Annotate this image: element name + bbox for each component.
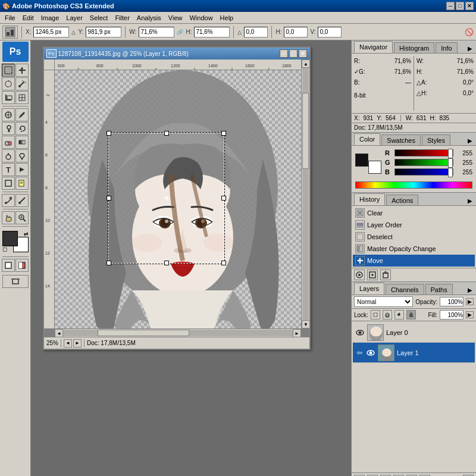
g-slider-track[interactable] (394, 159, 453, 166)
nav-right-button[interactable]: ► (73, 339, 82, 347)
fill-arrow[interactable]: ▶ (466, 311, 474, 318)
commit-transform-button[interactable]: 🚫 (465, 28, 474, 36)
tool-text[interactable]: T (2, 163, 15, 176)
tool-notes[interactable] (15, 177, 29, 190)
tool-wand[interactable] (15, 77, 29, 90)
tab-channels[interactable]: Channels (386, 284, 424, 295)
history-item-master-opacity[interactable]: Master Opacity Change (353, 243, 475, 255)
navigator-panel-menu[interactable]: ▶ (466, 44, 474, 53)
transform-handle-ml[interactable] (107, 196, 111, 201)
lock-position[interactable] (394, 310, 404, 320)
foreground-color-box[interactable] (2, 231, 18, 246)
doc-minimize-button[interactable]: ─ (280, 49, 288, 58)
tool-eraser[interactable] (2, 136, 15, 149)
lock-image-pixels[interactable] (383, 310, 392, 320)
r-slider-track[interactable] (394, 149, 453, 156)
fill-input[interactable] (440, 310, 464, 320)
fg-color-swatch[interactable] (355, 154, 368, 167)
blend-mode-select[interactable]: Normal Multiply Screen (354, 296, 413, 307)
scroll-left-button[interactable]: ◄ (55, 329, 63, 337)
transform-center[interactable] (164, 195, 170, 201)
tab-actions[interactable]: Actions (386, 195, 418, 205)
close-button[interactable]: ✕ (465, 2, 474, 10)
doc-maximize-button[interactable]: □ (289, 49, 298, 58)
tab-swatches[interactable]: Swatches (381, 134, 421, 145)
history-item-layer-order[interactable]: Layer Order (353, 219, 475, 231)
x-input[interactable] (33, 27, 69, 37)
menu-filter[interactable]: Filter (111, 13, 133, 23)
history-snapshot-button[interactable] (354, 270, 365, 280)
color-swap-button[interactable]: ⇄ (24, 231, 29, 237)
layer-eye-1[interactable] (366, 348, 375, 358)
tab-styles[interactable]: Styles (422, 134, 450, 145)
transform-handle-tr[interactable] (221, 131, 226, 136)
history-item-move[interactable]: Move (353, 255, 475, 267)
tool-move[interactable] (15, 64, 29, 77)
r-slider-thumb[interactable] (448, 149, 453, 158)
menu-edit[interactable]: Edit (19, 13, 37, 23)
color-spectrum[interactable] (355, 181, 472, 189)
tool-healing[interactable] (2, 108, 15, 121)
minimize-button[interactable]: ─ (446, 2, 455, 10)
scroll-thumb-h[interactable] (98, 330, 189, 336)
doc-close-button[interactable]: ✕ (299, 49, 307, 58)
history-new-document-button[interactable] (367, 270, 378, 280)
history-delete-button[interactable] (380, 270, 391, 280)
opacity-input[interactable] (440, 297, 464, 306)
menu-view[interactable]: View (165, 13, 186, 23)
tool-measure[interactable] (15, 194, 29, 207)
horizontal-scrollbar[interactable]: ◄ ► (55, 328, 301, 337)
tool-marquee[interactable] (2, 64, 15, 77)
layer-item-1[interactable]: Layer 1 (353, 343, 475, 363)
h-input[interactable] (194, 27, 230, 37)
tool-history-brush[interactable] (15, 122, 29, 135)
g-slider-thumb[interactable] (448, 158, 453, 168)
canvas-image-area[interactable] (55, 70, 301, 328)
tool-shape[interactable] (2, 177, 15, 190)
tool-hand[interactable] (2, 211, 15, 224)
scroll-down-button[interactable]: ▼ (302, 320, 309, 328)
bg-color-swatch[interactable] (368, 161, 381, 174)
link-icon[interactable]: 🔗 (177, 29, 183, 35)
transform-handle-br[interactable] (221, 261, 226, 265)
tab-navigator[interactable]: Navigator (354, 41, 393, 53)
tool-slice[interactable] (15, 91, 29, 104)
nav-left-button[interactable]: ◄ (64, 339, 72, 347)
transform-handle-bl[interactable] (107, 261, 111, 265)
tool-gradient[interactable] (15, 136, 29, 149)
transform-handle-tl[interactable] (107, 131, 111, 136)
tool-lasso[interactable] (2, 77, 15, 90)
color-panel-menu[interactable]: ▶ (466, 136, 474, 145)
tool-path-selection[interactable] (15, 163, 29, 176)
layer-item-0[interactable]: Layer 0 (353, 322, 475, 343)
tool-zoom[interactable] (15, 211, 29, 224)
tab-layers[interactable]: Layers (354, 283, 384, 295)
w-input[interactable] (139, 27, 174, 37)
maximize-button[interactable]: □ (456, 2, 464, 10)
tool-dodge[interactable] (2, 149, 15, 162)
tool-pen[interactable] (15, 149, 29, 162)
menu-analysis[interactable]: Analysis (133, 13, 165, 23)
tool-preset-picker[interactable] (2, 26, 18, 39)
selection-transform-box[interactable] (108, 133, 224, 264)
scroll-up-button[interactable]: ▲ (302, 60, 309, 68)
tool-screen-mode[interactable] (2, 275, 29, 288)
tool-eyedropper[interactable] (2, 194, 15, 207)
v-skew-input[interactable] (318, 27, 342, 37)
menu-image[interactable]: Image (37, 13, 63, 23)
vertical-scrollbar[interactable]: ▲ ▼ (301, 60, 309, 328)
b-slider-track[interactable] (394, 168, 453, 176)
layers-panel-menu[interactable]: ▶ (466, 286, 474, 295)
menu-select[interactable]: Select (86, 13, 112, 23)
menu-file[interactable]: File (1, 13, 19, 23)
scroll-thumb-v[interactable] (302, 93, 309, 168)
lock-transparent-pixels[interactable] (371, 310, 380, 320)
transform-handle-mr[interactable] (221, 196, 226, 201)
transform-handle-tc[interactable] (164, 131, 169, 136)
history-item-clear[interactable]: Clear (353, 207, 475, 219)
tab-history[interactable]: History (354, 193, 385, 205)
y-input[interactable] (86, 27, 121, 37)
angle-input[interactable] (244, 27, 268, 37)
tool-brush[interactable] (15, 108, 29, 121)
transform-handle-bc[interactable] (164, 261, 169, 265)
